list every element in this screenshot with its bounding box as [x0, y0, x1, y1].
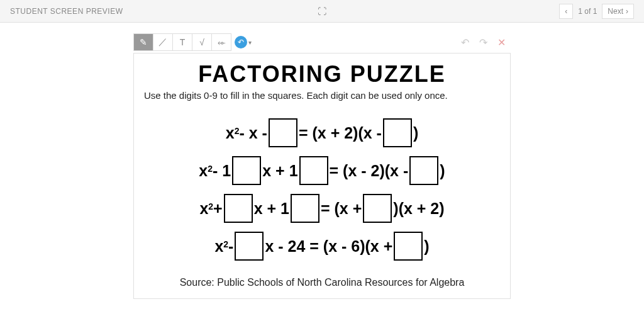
blank-box[interactable]	[409, 156, 438, 185]
caret-down-icon[interactable]: ▾	[248, 39, 252, 46]
prev-button[interactable]: ‹	[559, 4, 573, 19]
worksheet: FACTORING PUZZLE Use the digits 0-9 to f…	[133, 53, 511, 299]
blank-box[interactable]	[232, 156, 261, 185]
equation-1: x2 - x - = (x + 2)(x -)	[144, 118, 500, 147]
worksheet-title: FACTORING PUZZLE	[144, 61, 500, 87]
top-bar: STUDENT SCREEN PREVIEW ⛶ ‹ 1 of 1 Next ›	[0, 0, 644, 23]
preview-title: STUDENT SCREEN PREVIEW	[10, 7, 123, 16]
pencil-icon: ✎	[140, 37, 147, 47]
equation-2: x2 - 1x + 1 = (x - 2)(x -)	[144, 156, 500, 185]
line-icon: ／	[158, 37, 167, 48]
blank-box[interactable]	[394, 232, 423, 261]
blank-box[interactable]	[235, 232, 264, 261]
equation-3: x2 +x + 1 = (x +)(x + 2)	[144, 194, 500, 223]
blank-box[interactable]	[224, 194, 253, 223]
line-tool-button[interactable]: ／	[153, 33, 173, 51]
redo-icon[interactable]: ↷	[479, 37, 487, 48]
text-tool-button[interactable]: T	[172, 33, 192, 51]
nav-right: ‹ 1 of 1 Next ›	[559, 4, 634, 19]
pencil-tool-button[interactable]: ✎	[133, 33, 153, 51]
worksheet-source: Source: Public Schools of North Carolina…	[144, 277, 500, 288]
chevron-left-icon: ‹	[565, 7, 567, 16]
canvas-wrap: ✎ ／ T √ ⬰ ↶ ▾ ↶ ↷ ✕ FACTORING PUZZLE Use…	[133, 33, 511, 299]
toolbar-right: ↶ ↷ ✕	[461, 37, 511, 48]
math-tool-button[interactable]: √	[192, 33, 212, 51]
toolbar: ✎ ／ T √ ⬰ ↶ ▾ ↶ ↷ ✕	[133, 33, 511, 52]
blank-box[interactable]	[291, 194, 319, 223]
reset-button[interactable]: ↶	[235, 36, 247, 48]
content-area: ✎ ／ T √ ⬰ ↶ ▾ ↶ ↷ ✕ FACTORING PUZZLE Use…	[0, 23, 644, 299]
text-icon: T	[180, 37, 186, 47]
undo-icon[interactable]: ↶	[461, 37, 469, 48]
eraser-icon: ⬰	[218, 37, 226, 48]
blank-box[interactable]	[363, 194, 392, 223]
equation-4: x2 - x - 24 = (x - 6)(x +)	[144, 232, 500, 261]
expand-icon[interactable]: ⛶	[318, 6, 326, 16]
next-button[interactable]: Next ›	[602, 4, 634, 19]
blank-box[interactable]	[269, 118, 297, 147]
eraser-tool-button[interactable]: ⬰	[211, 33, 231, 51]
chevron-right-icon: ›	[626, 7, 628, 16]
page-indicator: 1 of 1	[578, 7, 597, 16]
blank-box[interactable]	[299, 156, 328, 185]
blank-box[interactable]	[383, 118, 412, 147]
sqrt-icon: √	[199, 37, 204, 47]
close-icon[interactable]: ✕	[497, 37, 506, 48]
reset-icon: ↶	[238, 38, 244, 47]
worksheet-subtitle: Use the digits 0-9 to fill in the square…	[144, 90, 500, 101]
